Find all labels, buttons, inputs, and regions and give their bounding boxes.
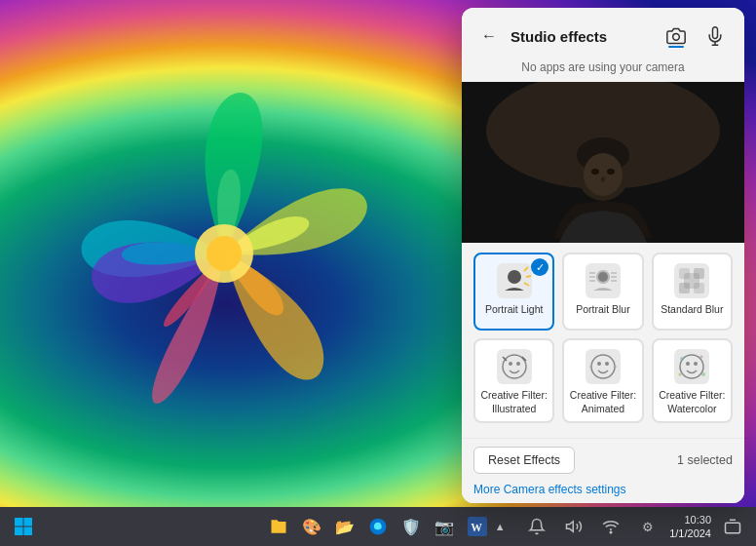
taskbar-right: ▲ ⚙ 10: <box>484 511 748 542</box>
svg-marker-56 <box>567 522 574 532</box>
svg-rect-58 <box>726 523 740 533</box>
taskbar-center: 🎨 📂 🛡️ 📷 W <box>263 511 493 542</box>
taskbar-browser-icon[interactable] <box>362 511 394 542</box>
panel-bottom: Reset Effects 1 selected More Camera eff… <box>462 438 744 503</box>
svg-point-0 <box>19 20 370 507</box>
watercolor-label: Creative Filter: Watercolor <box>658 389 727 415</box>
svg-point-11 <box>591 169 599 175</box>
svg-line-17 <box>526 276 531 277</box>
svg-point-40 <box>597 362 601 366</box>
more-settings-link[interactable]: More Camera effects settings <box>473 483 626 496</box>
mic-icon-button[interactable] <box>699 20 731 52</box>
effect-creative-animated[interactable]: Creative Filter: Animated <box>562 338 643 423</box>
svg-point-41 <box>605 362 609 366</box>
taskbar-camera-icon[interactable]: 📷 <box>429 511 460 542</box>
svg-text:W: W <box>471 522 482 534</box>
svg-point-1 <box>195 224 253 283</box>
taskbar-folder-icon[interactable]: 📂 <box>329 511 360 542</box>
effects-row-1: ✓ Portrait Light <box>473 253 733 331</box>
taskbar-notification-icon[interactable] <box>521 511 552 542</box>
svg-point-12 <box>607 169 615 175</box>
reset-effects-button[interactable]: Reset Effects <box>473 447 575 474</box>
taskbar-security-icon[interactable]: 🛡️ <box>396 511 427 542</box>
svg-point-49 <box>679 373 682 376</box>
header-icons <box>661 20 731 52</box>
standard-blur-icon <box>673 262 710 299</box>
taskbar-files-icon[interactable] <box>263 511 294 542</box>
svg-point-46 <box>680 357 684 361</box>
camera-preview <box>462 82 744 243</box>
taskbar-time[interactable]: 10:30 1/1/2024 <box>669 513 711 541</box>
taskbar-left <box>8 511 39 542</box>
studio-effects-panel: ← Studio effects No apps are using your <box>462 8 744 503</box>
watercolor-icon <box>673 348 710 385</box>
panel-subtitle: No apps are using your camera <box>462 55 744 82</box>
taskbar-wifi-icon[interactable] <box>595 511 626 542</box>
svg-point-45 <box>694 362 698 366</box>
portrait-light-label: Portrait Light <box>485 303 544 317</box>
effects-grid: ✓ Portrait Light <box>462 243 744 438</box>
effect-portrait-light[interactable]: ✓ Portrait Light <box>473 253 554 331</box>
selected-count: 1 selected <box>677 453 733 467</box>
taskbar-clock-time: 10:30 <box>669 513 711 526</box>
effect-creative-watercolor[interactable]: Creative Filter: Watercolor <box>652 338 733 423</box>
more-settings-row: More Camera effects settings <box>473 480 733 497</box>
animated-label: Creative Filter: Animated <box>568 389 637 415</box>
taskbar: 🎨 📂 🛡️ 📷 W ▲ <box>0 507 756 546</box>
effect-standard-blur[interactable]: Standard Blur <box>652 253 733 331</box>
svg-rect-51 <box>24 518 33 526</box>
taskbar-clock-date: 1/1/2024 <box>669 526 711 540</box>
svg-point-57 <box>610 531 612 533</box>
svg-rect-50 <box>15 518 23 526</box>
back-button[interactable]: ← <box>475 22 503 50</box>
svg-point-21 <box>598 272 608 282</box>
svg-point-37 <box>516 362 520 366</box>
bottom-actions-row: Reset Effects 1 selected <box>473 447 733 474</box>
svg-rect-33 <box>684 273 699 289</box>
selected-badge: ✓ <box>531 258 548 276</box>
start-button[interactable] <box>8 511 39 542</box>
camera-icon-button[interactable] <box>661 20 692 52</box>
svg-point-13 <box>601 176 605 182</box>
effect-portrait-blur[interactable]: Portrait Blur <box>562 253 643 331</box>
taskbar-creative-icon[interactable]: 🎨 <box>296 511 327 542</box>
svg-point-48 <box>701 372 705 376</box>
svg-point-3 <box>673 34 680 41</box>
panel-title: Studio effects <box>510 28 607 45</box>
header-left: ← Studio effects <box>475 22 607 50</box>
standard-blur-label: Standard Blur <box>661 303 723 317</box>
svg-rect-52 <box>15 527 23 536</box>
taskbar-action-center-icon[interactable] <box>717 511 748 542</box>
effect-creative-illustrated[interactable]: Creative Filter: Illustrated <box>473 338 554 423</box>
svg-point-47 <box>700 356 703 359</box>
svg-point-10 <box>584 153 623 196</box>
panel-header: ← Studio effects <box>462 8 744 55</box>
illustrated-label: Creative Filter: Illustrated <box>479 389 548 415</box>
effects-row-2: Creative Filter: Illustrated <box>473 338 733 423</box>
svg-rect-53 <box>24 527 33 536</box>
portrait-blur-icon <box>585 262 622 299</box>
portrait-light-icon <box>496 262 533 299</box>
taskbar-word-icon[interactable]: W <box>462 511 493 542</box>
svg-point-36 <box>509 362 512 366</box>
svg-point-44 <box>686 362 690 366</box>
svg-point-2 <box>207 236 242 271</box>
taskbar-settings-icon[interactable]: ⚙ <box>632 511 663 542</box>
animated-icon <box>585 348 622 385</box>
illustrated-icon <box>496 348 533 385</box>
taskbar-volume-icon[interactable] <box>558 511 589 542</box>
portrait-blur-label: Portrait Blur <box>576 303 629 317</box>
svg-point-15 <box>508 270 521 284</box>
